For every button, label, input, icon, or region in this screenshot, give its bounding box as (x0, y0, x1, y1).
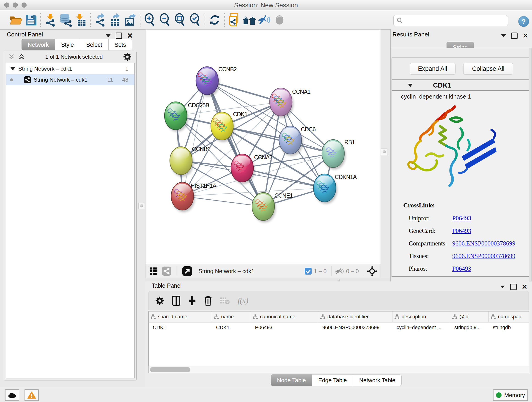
table-options-gear-icon[interactable] (155, 296, 164, 305)
panel-float-icon[interactable] (116, 32, 122, 39)
tab-network-table[interactable]: Network Table (353, 375, 402, 386)
tab-select[interactable]: Select (80, 39, 108, 51)
column-header-namespac[interactable]: namespac (489, 312, 529, 322)
import-network-button[interactable] (43, 13, 58, 27)
tab-network[interactable]: Network (22, 39, 55, 51)
zoom-out-button[interactable] (157, 13, 172, 27)
cloud-status-button[interactable] (5, 389, 19, 401)
collection-disclosure-icon[interactable] (11, 67, 15, 70)
network-edge[interactable] (182, 81, 207, 196)
warnings-button[interactable] (25, 389, 39, 401)
results-actions-box: Expand All Collapse All (392, 57, 530, 80)
expand-all-button[interactable]: Expand All (410, 63, 456, 75)
panel-menu-icon[interactable] (106, 34, 111, 37)
window-title: Session: New Session (0, 2, 532, 9)
results-panel: Results Panel ✕ String Expand All Collap… (390, 29, 532, 281)
network-node[interactable] (322, 140, 346, 170)
crosslink-value[interactable]: 9606.ENSP00000378699 (452, 240, 515, 247)
panel-float-icon[interactable] (511, 32, 518, 39)
tab-edge-table[interactable]: Edge Table (312, 375, 353, 386)
show-columns-icon[interactable] (172, 296, 180, 306)
column-header-@id[interactable]: @id (450, 312, 489, 322)
panel-menu-icon[interactable] (501, 34, 506, 37)
show-hide-button[interactable] (257, 13, 272, 27)
export-table-button[interactable] (108, 13, 123, 27)
import-network-from-database-button[interactable] (58, 13, 73, 27)
scrollbar-thumb[interactable] (150, 367, 190, 372)
open-in-new-window-icon[interactable] (182, 266, 192, 276)
preview-eye-icon[interactable] (272, 13, 287, 27)
zoom-in-button[interactable] (142, 13, 157, 27)
tab-node-table[interactable]: Node Table (271, 375, 312, 386)
first-neighbors-button[interactable] (242, 13, 257, 27)
network-node-count: 11 (107, 77, 113, 83)
table-row[interactable]: CDK1CDK1P064939606.ENSP00000378699cyclin… (149, 322, 529, 332)
network-node[interactable] (231, 154, 255, 184)
toolbar-separator (224, 13, 225, 27)
delete-column-icon[interactable] (204, 296, 212, 306)
selected-checkbox-icon[interactable] (305, 268, 312, 274)
control-panel-tabs: NetworkStyleSelectSets (22, 39, 132, 51)
crosslink-label: Compartments: (409, 240, 452, 247)
network-node[interactable] (270, 88, 293, 118)
refresh-layout-button[interactable] (207, 13, 222, 27)
crosslink-value[interactable]: 9606.ENSP00000378699 (452, 253, 515, 260)
network-row[interactable]: String Network – cdk1 11 48 (6, 74, 134, 85)
export-image-button[interactable] (123, 13, 138, 27)
node-table: shared namenamecanonical namedatabase id… (148, 311, 529, 368)
crosslink-value[interactable]: P06493 (452, 215, 471, 222)
panel-close-icon[interactable]: ✕ (523, 33, 528, 38)
network-node[interactable] (211, 112, 234, 142)
column-header-canonical-name[interactable]: canonical name (251, 312, 318, 322)
column-header-database-identifier[interactable]: database identifier (318, 312, 393, 322)
table-cell: stringdb (489, 322, 529, 332)
crosslink-value[interactable]: P06493 (452, 265, 471, 272)
memory-button[interactable]: Memory (493, 389, 528, 401)
network-options-gear-icon[interactable] (123, 52, 132, 61)
expand-all-icon[interactable] (18, 54, 25, 60)
string-import-button[interactable] (227, 13, 242, 27)
network-node[interactable] (313, 174, 337, 204)
entry-disclosure-icon[interactable] (408, 84, 413, 87)
entry-header[interactable]: CDK1 (392, 80, 530, 91)
panel-close-icon[interactable]: ✕ (127, 33, 133, 38)
network-collection-row[interactable]: String Network – cdk1 1 (6, 63, 134, 74)
panel-menu-icon[interactable] (500, 286, 505, 288)
zoom-selected-button[interactable] (188, 13, 203, 27)
column-header-description[interactable]: description (393, 312, 450, 322)
zoom-fit-button[interactable] (172, 13, 188, 27)
results-scrollbar[interactable] (529, 48, 532, 281)
save-session-button[interactable] (23, 13, 38, 27)
export-network-button[interactable] (93, 13, 108, 27)
collapse-all-button[interactable]: Collapse All (463, 63, 513, 75)
network-node[interactable] (252, 192, 276, 223)
panel-float-icon[interactable] (510, 284, 517, 290)
panel-close-icon[interactable]: ✕ (522, 284, 527, 289)
column-header-shared-name[interactable]: shared name (149, 312, 212, 322)
import-table-button[interactable] (73, 13, 88, 27)
network-node[interactable] (279, 126, 303, 156)
network-node[interactable] (170, 147, 194, 177)
node-label: CDC6 (301, 126, 316, 133)
crosslink-label: Pharos: (409, 265, 452, 272)
open-session-button[interactable] (8, 13, 23, 27)
tab-style[interactable]: Style (55, 39, 80, 51)
left-splitter-handle[interactable] (138, 203, 145, 209)
network-edge[interactable] (222, 126, 333, 153)
crosslink-row: Uniprot:P06493 (409, 212, 515, 225)
help-button[interactable]: ? (518, 16, 529, 27)
collapse-all-icon[interactable] (8, 54, 15, 60)
network-view-canvas[interactable]: CCNB2CCNA1CDC25BCDK1CDC6RB1CCNB1CCNA2CDK… (145, 29, 381, 264)
search-input[interactable] (403, 17, 508, 24)
node-label: CCNE1 (274, 192, 293, 199)
toolbar-separator (40, 13, 41, 27)
tab-sets[interactable]: Sets (108, 39, 132, 51)
network-share-gray-icon[interactable] (162, 267, 171, 276)
right-splitter-handle[interactable] (381, 148, 387, 155)
fit-selected-crosshair-icon[interactable] (367, 266, 377, 276)
add-column-icon[interactable] (188, 296, 196, 306)
network-node[interactable] (196, 67, 220, 97)
column-header-name[interactable]: name (212, 312, 251, 322)
crosslink-value[interactable]: P06493 (452, 227, 471, 235)
grid-view-icon[interactable] (149, 267, 158, 275)
